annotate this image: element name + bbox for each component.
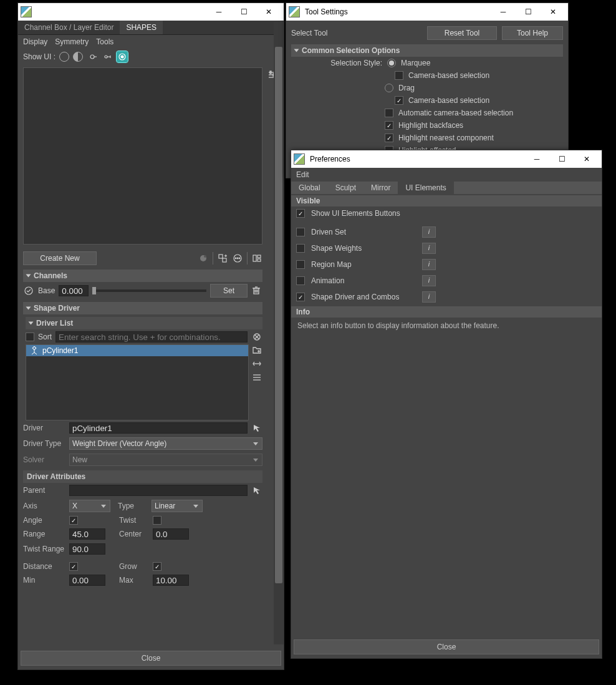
min-input[interactable] — [69, 575, 105, 586]
minimize-button[interactable]: ─ — [491, 3, 516, 21]
opt-animation-checkbox[interactable] — [296, 276, 305, 285]
clear-search-icon[interactable] — [251, 331, 262, 342]
svg-rect-35 — [32, 346, 36, 350]
base-value-input[interactable] — [59, 285, 89, 296]
help-icon[interactable]: i — [422, 226, 436, 238]
folder-add-icon[interactable] — [251, 344, 262, 356]
center-input[interactable] — [153, 528, 189, 540]
maya-logo-icon — [289, 6, 300, 17]
menu-symmetry[interactable]: Symmetry — [55, 37, 89, 46]
add-node-icon[interactable] — [217, 253, 228, 264]
twist-checkbox[interactable] — [153, 516, 161, 525]
driver-input[interactable] — [69, 422, 248, 434]
opt-shape-weights-checkbox[interactable] — [296, 244, 305, 253]
camera-sel-2-label: Camera-based selection — [408, 96, 489, 105]
show-ui-buttons-checkbox[interactable] — [296, 209, 305, 218]
opt-region-map-checkbox[interactable] — [296, 260, 305, 269]
auto-cam-checkbox[interactable] — [385, 109, 393, 117]
max-label: Max — [119, 576, 149, 585]
hl-back-checkbox[interactable] — [385, 121, 393, 130]
ui-icon-2[interactable] — [73, 52, 83, 62]
shapes-close-button[interactable]: Close — [21, 651, 281, 666]
tab-channel-box[interactable]: Channel Box / Layer Editor — [18, 21, 120, 34]
tab-ui-elements[interactable]: UI Elements — [398, 182, 453, 194]
axis-select[interactable]: X — [69, 500, 110, 512]
close-button[interactable]: ✕ — [541, 3, 565, 21]
camera-sel-1-checkbox[interactable] — [395, 71, 403, 80]
parent-input[interactable] — [69, 485, 248, 496]
grow-checkbox[interactable] — [153, 562, 161, 571]
maya-logo-icon — [294, 153, 305, 165]
common-options-header[interactable]: Common Selection Options — [291, 44, 563, 57]
marquee-radio[interactable] — [387, 59, 396, 67]
ui-icon-4[interactable] — [102, 51, 113, 62]
help-icon[interactable]: i — [422, 259, 436, 270]
driver-type-select[interactable]: Weight Driver (Vector Angle) — [69, 437, 262, 450]
type-select[interactable]: Linear — [152, 500, 203, 512]
hl-near-row: Highlight nearest component — [291, 132, 563, 144]
driver-list[interactable]: pCylinder1 — [26, 344, 249, 420]
maximize-button[interactable]: ☐ — [231, 3, 256, 21]
show-ui-buttons-row: Show UI Elements Buttons — [291, 206, 602, 220]
channels-header[interactable]: Channels — [23, 270, 262, 282]
help-icon[interactable]: i — [422, 243, 436, 254]
sort-checkbox[interactable] — [26, 333, 34, 341]
driver-list-search-row: Sort — [23, 329, 262, 344]
list-item[interactable]: pCylinder1 — [26, 345, 248, 356]
trash-icon[interactable] — [251, 285, 262, 296]
distance-label: Distance — [23, 562, 65, 571]
shapes-scrollbar[interactable] — [274, 22, 284, 644]
tool-help-button[interactable]: Tool Help — [502, 26, 563, 40]
blob-icon[interactable] — [198, 253, 209, 264]
preferences-close-button[interactable]: Close — [294, 639, 599, 654]
twist-range-input[interactable] — [69, 543, 105, 555]
maximize-button[interactable]: ☐ — [549, 150, 574, 168]
create-new-button[interactable]: Create New — [23, 251, 97, 265]
close-button[interactable]: ✕ — [574, 150, 599, 168]
hl-near-label: Highlight nearest component — [398, 134, 494, 142]
tool-header-row: Select Tool Reset Tool Tool Help — [291, 24, 563, 42]
minimize-button[interactable]: ─ — [206, 3, 231, 21]
driver-list-header[interactable]: Driver List — [26, 317, 262, 329]
camera-sel-2-row: Camera-based selection — [291, 94, 563, 107]
tab-mirror[interactable]: Mirror — [363, 182, 398, 194]
angle-checkbox[interactable] — [69, 516, 78, 525]
maximize-button[interactable]: ☐ — [516, 3, 541, 21]
ui-icon-1[interactable] — [59, 52, 69, 62]
camera-sel-1-label: Camera-based selection — [408, 71, 489, 80]
pick-icon[interactable] — [251, 422, 262, 434]
tab-shapes[interactable]: SHAPES — [120, 21, 163, 34]
driver-search-input[interactable] — [55, 331, 248, 342]
base-toggle-icon[interactable] — [23, 285, 34, 296]
help-icon[interactable]: i — [422, 275, 436, 286]
expand-h-icon[interactable] — [251, 358, 262, 369]
menu-display[interactable]: Display — [23, 37, 47, 46]
distance-checkbox[interactable] — [69, 562, 78, 571]
tab-global[interactable]: Global — [291, 182, 328, 194]
menu-edit[interactable]: Edit — [296, 170, 309, 179]
ui-icon-3[interactable] — [87, 51, 98, 62]
close-button[interactable]: ✕ — [256, 3, 281, 21]
max-input[interactable] — [153, 575, 189, 586]
layout-icon[interactable] — [251, 253, 262, 264]
more-icon[interactable] — [232, 253, 243, 264]
opt-shape-driver-checkbox[interactable] — [296, 293, 305, 301]
base-set-button[interactable]: Set — [210, 284, 248, 298]
sliders-icon[interactable] — [251, 372, 262, 383]
minimize-button[interactable]: ─ — [524, 150, 549, 168]
range-input[interactable] — [69, 528, 105, 540]
help-icon[interactable]: i — [422, 291, 436, 303]
hl-near-checkbox[interactable] — [385, 134, 393, 142]
menu-tools[interactable]: Tools — [96, 37, 113, 46]
pick-icon[interactable] — [251, 485, 262, 496]
base-slider[interactable] — [92, 289, 206, 292]
tab-sculpt[interactable]: Sculpt — [328, 182, 363, 194]
reset-tool-button[interactable]: Reset Tool — [427, 26, 497, 40]
shape-driver-header[interactable]: Shape Driver — [23, 302, 262, 314]
opt-driven-set-checkbox[interactable] — [296, 228, 305, 236]
camera-sel-2-checkbox[interactable] — [395, 96, 403, 105]
ui-icon-5[interactable] — [117, 51, 128, 62]
drag-radio[interactable] — [385, 84, 393, 92]
shape-viewport[interactable] — [23, 67, 262, 245]
opt-animation-row: Animation i — [291, 273, 602, 289]
